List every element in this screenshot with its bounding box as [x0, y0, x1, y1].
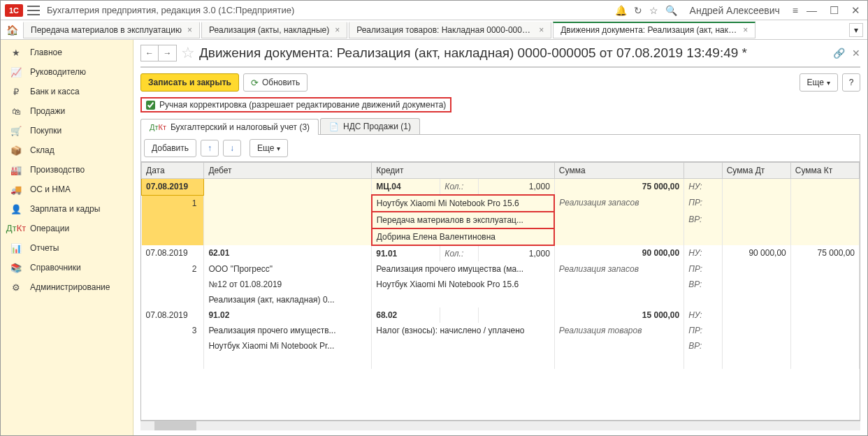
bell-icon[interactable]: 🔔 [615, 5, 627, 16]
cell-blank [554, 212, 683, 228]
col-debit[interactable]: Дебет [204, 163, 372, 179]
posting-subrow[interactable]: 3Реализация прочего имуществ...Налог (вз… [142, 323, 860, 338]
home-icon[interactable]: 🏠 [5, 24, 19, 36]
inner-tabs: ДтКтБухгалтерский и налоговый учет (3)📄Н… [140, 118, 860, 135]
posting-subrow[interactable]: Добрина Елена Валентиновна [142, 228, 860, 245]
tab-1[interactable]: Реализация (акты, накладные)× [201, 22, 347, 38]
search-icon[interactable]: 🔍 [665, 5, 677, 16]
posting-subrow[interactable]: Ноутбук Xiaomi Mi Notebook Pr...ВР: [142, 338, 860, 354]
col-date[interactable]: Дата [142, 163, 204, 179]
sidebar-label: Покупки [30, 126, 62, 136]
sidebar-item-11[interactable]: 📚Справочники [1, 258, 133, 277]
posting-subrow[interactable]: Реализация (акт, накладная) 0... [142, 292, 860, 307]
tab-2[interactable]: Реализация товаров: Накладная 0000-00000… [349, 22, 551, 38]
posting-row[interactable]: 07.08.201962.0191.01Кол.:1,00090 000,00Н… [142, 245, 860, 261]
sidebar-item-7[interactable]: 🚚ОС и НМА [1, 180, 133, 199]
cell-qty-label: Кол.: [440, 245, 479, 261]
tab-close-icon[interactable]: × [743, 25, 748, 35]
close-button[interactable]: ✕ [848, 4, 863, 17]
move-up-button[interactable]: ↑ [201, 140, 219, 157]
tab-close-icon[interactable]: × [539, 25, 544, 35]
tab-0[interactable]: Передача материалов в эксплуатацию× [23, 22, 200, 38]
cell-blank [790, 212, 859, 228]
cell-blank [790, 277, 859, 292]
link-icon[interactable]: 🔗 [833, 48, 845, 59]
inner-tab-label: НДС Продажи (1) [343, 122, 411, 131]
col-credit[interactable]: Кредит [372, 163, 555, 179]
cell-blank [722, 277, 790, 292]
page-close-icon[interactable]: ✕ [852, 48, 860, 59]
sidebar-item-6[interactable]: 🏭Производство [1, 160, 133, 180]
cell-debit-line [204, 228, 372, 245]
horizontal-scrollbar[interactable] [140, 421, 860, 430]
sidebar-item-8[interactable]: 👤Зарплата и кадры [1, 199, 133, 219]
cell-date: 07.08.2019 [142, 179, 204, 196]
hamburger-icon[interactable] [27, 6, 40, 15]
minimize-button[interactable]: — [804, 4, 820, 17]
save-close-button[interactable]: Записать и закрыть [140, 73, 239, 92]
sidebar-item-12[interactable]: ⚙Администрирование [1, 277, 133, 297]
posting-subrow[interactable]: 1Ноутбук Xiaomi Mi Notebook Pro 15.6Реал… [142, 195, 860, 212]
posting-subrow[interactable]: 2ООО "Прогресс"Реализация прочего имущес… [142, 261, 860, 277]
maximize-button[interactable]: ☐ [827, 4, 841, 17]
cell-blank [722, 338, 790, 354]
back-button[interactable]: ← [140, 45, 159, 61]
cell-sum-note: Реализация запасов [554, 261, 683, 277]
cell-side-label: ВР: [684, 212, 723, 228]
more-button[interactable]: Еще [800, 73, 838, 92]
cell-sum: 75 000,00 [554, 179, 683, 196]
sidebar-item-2[interactable]: ₽Банк и касса [1, 82, 133, 101]
sidebar-item-3[interactable]: 🛍Продажи [1, 101, 133, 121]
sidebar-label: Операции [30, 224, 69, 233]
favorite-icon[interactable]: ☆ [181, 44, 195, 62]
cell-blank [722, 261, 790, 277]
manual-edit-checkbox[interactable] [146, 101, 155, 110]
cell-blank [722, 212, 790, 228]
sidebar-icon: ★ [9, 47, 23, 58]
tab-3[interactable]: Движения документа: Реализация (акт, нак… [553, 22, 755, 38]
manual-edit-checkbox-row[interactable]: Ручная корректировка (разрешает редактир… [140, 97, 451, 112]
star-icon[interactable]: ☆ [649, 5, 658, 16]
sidebar-item-9[interactable]: ДтКтОперации [1, 219, 133, 238]
posting-subrow[interactable]: №12 от 01.08.2019Ноутбук Xiaomi Mi Noteb… [142, 277, 860, 292]
sidebar-icon: ⚙ [9, 282, 23, 293]
cell-debit-line: Реализация (акт, накладная) 0... [204, 292, 372, 307]
sidebar-item-1[interactable]: 📈Руководителю [1, 62, 133, 82]
settings-icon[interactable]: ≡ [793, 5, 798, 16]
col-sumkt[interactable]: Сумма Кт [790, 163, 859, 179]
cell-blank [722, 228, 790, 245]
table-more-button[interactable]: Еще [249, 139, 288, 157]
inner-tab-1[interactable]: 📄НДС Продажи (1) [320, 118, 420, 134]
cell-credit-line [372, 292, 555, 307]
cell-nu-label: НУ: [684, 245, 723, 261]
tabs-dropdown[interactable]: ▾ [849, 23, 863, 37]
refresh-button[interactable]: ⟳Обновить [243, 73, 308, 92]
sidebar-item-10[interactable]: 📊Отчеты [1, 238, 133, 258]
posting-row[interactable]: 07.08.201991.0268.0215 000,00НУ: [142, 307, 860, 323]
cell-credit-line: Ноутбук Xiaomi Mi Notebook Pro 15.6 [372, 277, 555, 292]
sidebar-item-4[interactable]: 🛒Покупки [1, 121, 133, 140]
history-icon[interactable]: ↻ [634, 5, 642, 16]
forward-button[interactable]: → [159, 45, 177, 61]
sidebar-item-5[interactable]: 📦Склад [1, 140, 133, 160]
col-sumdt[interactable]: Сумма Дт [722, 163, 790, 179]
posting-row[interactable]: 07.08.2019МЦ.04Кол.:1,00075 000,00НУ: [142, 179, 860, 196]
posting-subrow[interactable]: Передача материалов в эксплуатац...ВР: [142, 212, 860, 228]
col-blank[interactable] [684, 163, 723, 179]
help-button[interactable]: ? [842, 73, 860, 92]
cell-credit-line: Реализация прочего имущества (ма... [372, 261, 555, 277]
posting-subrow[interactable] [142, 354, 860, 369]
sidebar-item-0[interactable]: ★Главное [1, 43, 133, 62]
user-name[interactable]: Андрей Алексеевич [690, 5, 780, 16]
cell-blank [142, 228, 204, 245]
move-down-button[interactable]: ↓ [223, 140, 241, 157]
inner-tab-0[interactable]: ДтКтБухгалтерский и налоговый учет (3) [140, 119, 319, 135]
cell-sum-note: Реализация запасов [554, 195, 683, 212]
table-toolbar: Добавить ↑ ↓ Еще [140, 135, 860, 162]
add-button[interactable]: Добавить [144, 139, 196, 157]
col-sum[interactable]: Сумма [554, 163, 683, 179]
tab-close-icon[interactable]: × [187, 25, 192, 35]
cell-qty-val [478, 307, 554, 323]
table-wrap[interactable]: Дата Дебет Кредит Сумма Сумма Дт Сумма К… [140, 162, 860, 421]
tab-close-icon[interactable]: × [335, 25, 340, 35]
